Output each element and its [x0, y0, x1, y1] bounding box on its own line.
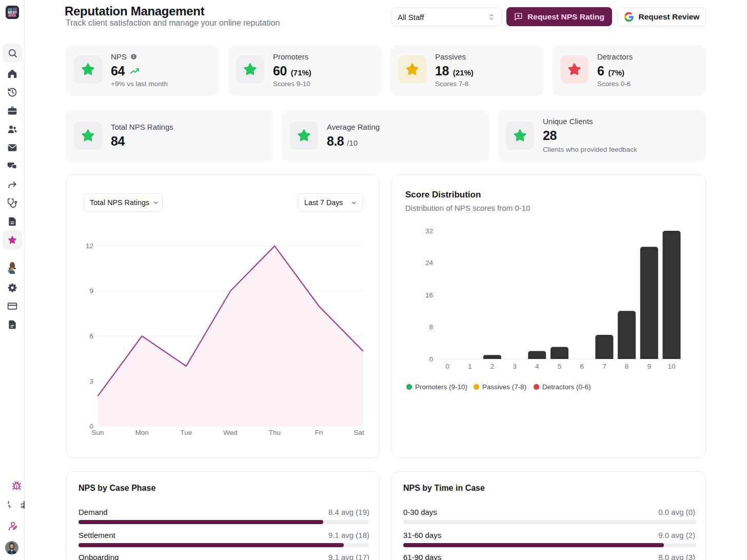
svg-text:9: 9: [89, 287, 93, 295]
svg-text:10: 10: [667, 363, 675, 370]
svg-text:6: 6: [580, 363, 584, 370]
svg-text:3: 3: [513, 363, 517, 370]
svg-text:32: 32: [425, 227, 433, 235]
svg-text:Sat: Sat: [353, 429, 364, 436]
svg-text:16: 16: [425, 291, 433, 299]
svg-text:Fri: Fri: [315, 429, 323, 436]
svg-text:Thu: Thu: [269, 429, 281, 436]
svg-text:0: 0: [445, 363, 449, 370]
svg-text:BEST: BEST: [8, 11, 16, 14]
svg-text:5: 5: [558, 363, 562, 370]
svg-text:Passives (7-8): Passives (7-8): [482, 383, 526, 391]
svg-text:2: 2: [490, 363, 495, 370]
svg-text:8: 8: [625, 363, 629, 370]
svg-text:Mon: Mon: [135, 429, 149, 436]
svg-text:Wed: Wed: [223, 429, 238, 436]
svg-text:8: 8: [429, 323, 433, 331]
svg-text:Sun: Sun: [91, 429, 104, 436]
svg-text:0: 0: [429, 355, 433, 363]
svg-text:7: 7: [602, 363, 606, 370]
svg-text:Tue: Tue: [181, 429, 192, 436]
svg-text:24: 24: [425, 259, 434, 267]
svg-text:1: 1: [468, 363, 472, 370]
svg-text:STYLE: STYLE: [9, 14, 16, 17]
svg-text:4: 4: [535, 363, 539, 370]
svg-text:Promoters (9-10): Promoters (9-10): [415, 383, 467, 391]
svg-text:Detractors (0-6): Detractors (0-6): [542, 383, 591, 391]
svg-text:3: 3: [89, 377, 93, 385]
svg-text:6: 6: [89, 332, 93, 340]
svg-text:9: 9: [647, 363, 652, 370]
svg-text:12: 12: [86, 242, 93, 250]
